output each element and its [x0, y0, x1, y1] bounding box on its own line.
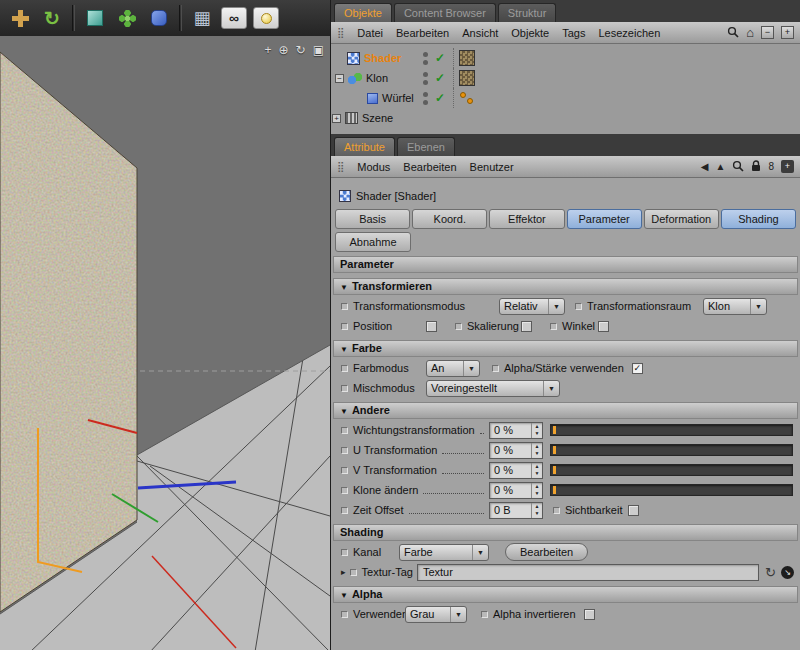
menu-lesezeichen[interactable]: Lesezeichen [598, 27, 660, 39]
sichtbarkeit-checkbox[interactable] [628, 505, 639, 516]
expander-icon[interactable]: + [332, 114, 341, 123]
transformationsmodus-dropdown[interactable]: Relativ▼ [499, 298, 565, 315]
zeit-offset-field[interactable]: 0 B▲▼ [489, 502, 543, 519]
tab-effektor[interactable]: Effektor [489, 209, 564, 229]
tab-struktur[interactable]: Struktur [498, 3, 557, 22]
anim-dot[interactable] [455, 323, 462, 330]
tab-ebenen[interactable]: Ebenen [397, 137, 455, 156]
textur-tag-field[interactable]: Textur [417, 564, 759, 581]
stepper-icon[interactable]: ▲▼ [531, 443, 542, 458]
tab-deformation[interactable]: Deformation [644, 209, 719, 229]
section-header-transformieren[interactable]: ▼Transformieren [333, 278, 798, 295]
tab-parameter[interactable]: Parameter [567, 209, 642, 229]
menu-bearbeiten-2[interactable]: Bearbeiten [403, 161, 456, 173]
modeling-cube-icon[interactable] [80, 3, 110, 33]
menu-tags[interactable]: Tags [562, 27, 585, 39]
viewport-pan-icon[interactable]: + [265, 43, 272, 57]
klone-aendern-slider[interactable] [550, 484, 793, 496]
anim-dot[interactable] [341, 507, 348, 514]
tab-koord[interactable]: Koord. [412, 209, 487, 229]
stepper-icon[interactable]: ▲▼ [531, 463, 542, 478]
menu-benutzer[interactable]: Benutzer [470, 161, 514, 173]
farbmodus-dropdown[interactable]: An▼ [426, 360, 480, 377]
tab-objekte[interactable]: Objekte [334, 3, 392, 22]
expander-icon[interactable]: − [335, 74, 344, 83]
menu-bearbeiten[interactable]: Bearbeiten [396, 27, 449, 39]
anim-dot[interactable] [553, 507, 560, 514]
anim-dot[interactable] [481, 611, 488, 618]
enabled-check-icon[interactable]: ✓ [435, 91, 445, 105]
texture-tag-thumbnail[interactable] [459, 70, 475, 86]
link-icon[interactable]: 8 [768, 161, 774, 172]
enabled-check-icon[interactable]: ✓ [435, 71, 445, 85]
skalierung-checkbox[interactable] [521, 321, 532, 332]
visibility-dots-icon[interactable] [423, 92, 428, 105]
anim-dot[interactable] [550, 323, 557, 330]
collapse-icon[interactable]: − [761, 26, 774, 39]
winkel-checkbox[interactable] [598, 321, 609, 332]
tab-attribute[interactable]: Attribute [334, 137, 395, 156]
stepper-icon[interactable]: ▲▼ [531, 423, 542, 438]
picker-icon[interactable]: ↘ [781, 566, 794, 579]
menu-modus[interactable]: Modus [357, 161, 390, 173]
wichtungstransformation-field[interactable]: 0 %▲▼ [489, 422, 543, 439]
display-tag-icon[interactable] [459, 90, 475, 106]
section-header-alpha[interactable]: ▼Alpha [333, 586, 798, 603]
object-row-szene[interactable]: + Szene [331, 108, 800, 128]
tab-abnahme[interactable]: Abnahme [335, 232, 411, 252]
menu-datei[interactable]: Datei [357, 27, 383, 39]
anim-dot[interactable] [575, 303, 582, 310]
new-panel-icon[interactable]: + [781, 160, 794, 173]
alpha-staerke-checkbox[interactable]: ✓ [632, 363, 643, 374]
object-row-klon[interactable]: − Klon ✓ [331, 68, 800, 88]
anim-dot[interactable] [341, 323, 348, 330]
viewport-maximize-icon[interactable]: ▣ [313, 43, 324, 57]
lock-icon[interactable] [751, 160, 761, 174]
viewport-zoom-icon[interactable]: ⊕ [279, 43, 289, 57]
array-object-icon[interactable] [112, 3, 142, 33]
anim-dot[interactable] [341, 487, 348, 494]
stepper-icon[interactable]: ▲▼ [531, 483, 542, 498]
enabled-check-icon[interactable]: ✓ [435, 51, 445, 65]
menu-ansicht[interactable]: Ansicht [462, 27, 498, 39]
transformationsraum-dropdown[interactable]: Klon▼ [703, 298, 767, 315]
visibility-dots-icon[interactable] [423, 72, 428, 85]
v-transformation-field[interactable]: 0 %▲▼ [489, 462, 543, 479]
object-label[interactable]: Szene [362, 112, 393, 124]
alpha-invertieren-checkbox[interactable] [584, 609, 595, 620]
tab-basis[interactable]: Basis [335, 209, 410, 229]
reload-icon[interactable]: ↻ [765, 565, 776, 580]
drag-handle-icon[interactable]: ⣿ [337, 161, 344, 172]
tab-content-browser[interactable]: Content Browser [394, 3, 496, 22]
anim-dot[interactable] [341, 303, 348, 310]
content-browser-icon[interactable]: ∞ [219, 3, 249, 33]
kanal-dropdown[interactable]: Farbe▼ [399, 544, 489, 561]
visibility-dots-icon[interactable] [423, 52, 428, 65]
mischmodus-dropdown[interactable]: Voreingestellt▼ [426, 380, 560, 397]
anim-dot[interactable] [341, 447, 348, 454]
object-label[interactable]: Shader [364, 52, 401, 64]
anim-dot[interactable] [341, 549, 348, 556]
viewport[interactable]: + ⊕ ↻ ▣ [0, 36, 330, 650]
rotate-tool-icon[interactable]: ↻ [37, 3, 67, 33]
verwenden-dropdown[interactable]: Grau▼ [405, 606, 467, 623]
anim-dot[interactable] [341, 427, 348, 434]
object-label[interactable]: Würfel [382, 92, 414, 104]
object-row-wuerfel[interactable]: Würfel ✓ [331, 88, 800, 108]
history-back-icon[interactable]: ◀ [701, 161, 709, 172]
u-transformation-field[interactable]: 0 %▲▼ [489, 442, 543, 459]
anim-dot[interactable] [341, 467, 348, 474]
viewport-layout-icon[interactable]: ▦ [187, 3, 217, 33]
texture-tag-thumbnail[interactable] [459, 50, 475, 66]
tab-shading[interactable]: Shading [721, 209, 796, 229]
expand-icon[interactable]: + [781, 26, 794, 39]
anim-dot[interactable] [341, 611, 348, 618]
position-checkbox[interactable] [426, 321, 437, 332]
v-transformation-slider[interactable] [550, 464, 793, 476]
anim-dot[interactable] [341, 385, 348, 392]
anim-dot[interactable] [492, 365, 499, 372]
anim-dot[interactable] [341, 365, 348, 372]
object-row-shader[interactable]: Shader ✓ [331, 48, 800, 68]
expand-triangle-icon[interactable]: ▸ [341, 567, 346, 577]
wichtungstransformation-slider[interactable] [550, 424, 793, 436]
